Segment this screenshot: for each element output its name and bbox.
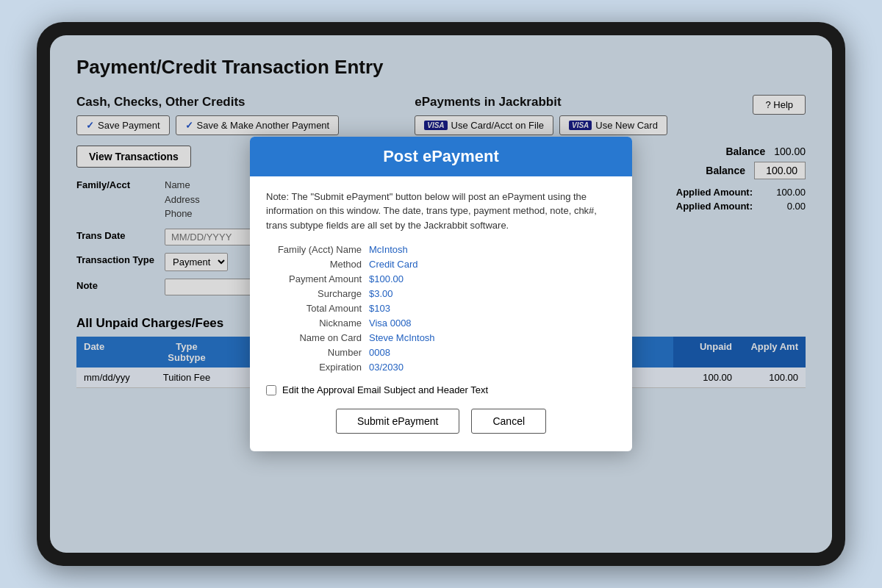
- page-content: Payment/Credit Transaction Entry Cash, C…: [50, 35, 832, 553]
- modal-field-number: Number 0008: [266, 347, 616, 358]
- modal-overlay: Post ePayment Note: The "Submit ePayment…: [50, 35, 832, 553]
- modal-title: Post ePayment: [250, 137, 632, 176]
- modal-field-nickname: Nickname Visa 0008: [266, 318, 616, 329]
- modal-field-surcharge: Surcharge $3.00: [266, 288, 616, 299]
- modal-field-value-total: $103: [369, 303, 390, 314]
- modal-field-payment-amount: Payment Amount $100.00: [266, 273, 616, 284]
- modal-field-label-method: Method: [266, 259, 369, 270]
- edit-email-label: Edit the Approval Email Subject and Head…: [282, 384, 488, 395]
- tablet-frame: Payment/Credit Transaction Entry Cash, C…: [37, 22, 845, 566]
- modal-field-method: Method Credit Card: [266, 259, 616, 270]
- modal-field-label-payment-amount: Payment Amount: [266, 273, 369, 284]
- tablet-screen: Payment/Credit Transaction Entry Cash, C…: [50, 35, 832, 553]
- modal-field-value-number: 0008: [369, 347, 390, 358]
- modal-field-label-expiration: Expiration: [266, 362, 369, 373]
- cancel-button[interactable]: Cancel: [471, 409, 546, 434]
- edit-email-checkbox[interactable]: [266, 385, 276, 395]
- modal-field-label-total: Total Amount: [266, 303, 369, 314]
- modal-field-family: Family (Acct) Name McIntosh: [266, 244, 616, 255]
- modal-field-value-payment-amount: $100.00: [369, 273, 404, 284]
- modal-field-label-name-on-card: Name on Card: [266, 332, 369, 343]
- modal-field-value-name-on-card: Steve McIntosh: [369, 332, 435, 343]
- modal-fields: Family (Acct) Name McIntosh Method Credi…: [266, 244, 616, 373]
- post-epayment-modal: Post ePayment Note: The "Submit ePayment…: [250, 137, 632, 452]
- modal-field-value-nickname: Visa 0008: [369, 318, 412, 329]
- modal-checkbox-row: Edit the Approval Email Subject and Head…: [266, 384, 616, 395]
- modal-field-expiration: Expiration 03/2030: [266, 362, 616, 373]
- modal-field-label-surcharge: Surcharge: [266, 288, 369, 299]
- modal-field-label-nickname: Nickname: [266, 318, 369, 329]
- modal-field-value-expiration: 03/2030: [369, 362, 404, 373]
- modal-note: Note: The "Submit ePayment" button below…: [266, 190, 616, 233]
- modal-body: Note: The "Submit ePayment" button below…: [250, 176, 632, 452]
- modal-field-value-surcharge: $3.00: [369, 288, 393, 299]
- modal-field-name-on-card: Name on Card Steve McIntosh: [266, 332, 616, 343]
- modal-field-label-number: Number: [266, 347, 369, 358]
- submit-epayment-button[interactable]: Submit ePayment: [336, 409, 460, 434]
- modal-actions: Submit ePayment Cancel: [266, 409, 616, 438]
- modal-field-total: Total Amount $103: [266, 303, 616, 314]
- modal-field-value-family: McIntosh: [369, 244, 408, 255]
- modal-field-label-family: Family (Acct) Name: [266, 244, 369, 255]
- modal-field-value-method: Credit Card: [369, 259, 417, 270]
